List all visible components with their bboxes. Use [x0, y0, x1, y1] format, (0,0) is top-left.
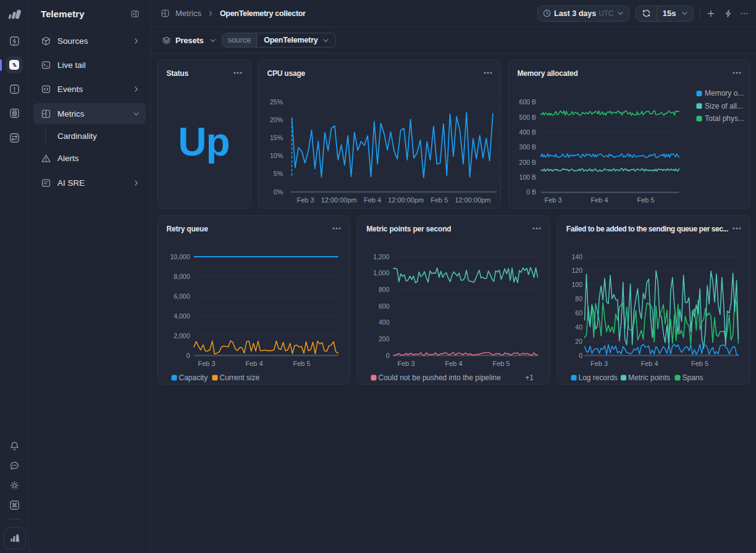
svg-text:Metric points: Metric points [628, 373, 670, 382]
svg-text:400: 400 [379, 318, 390, 326]
svg-text:Feb 3: Feb 3 [198, 360, 215, 367]
svg-text:Feb 3: Feb 3 [544, 196, 561, 204]
svg-text:Feb 4: Feb 4 [590, 196, 608, 204]
svg-text:200: 200 [379, 335, 390, 343]
svg-text:Feb 3: Feb 3 [590, 360, 608, 367]
svg-text:200 B: 200 B [519, 159, 536, 166]
svg-text:Log records: Log records [578, 373, 617, 382]
svg-text:5%: 5% [273, 170, 282, 177]
svg-text:Size of all...: Size of all... [705, 102, 743, 110]
svg-text:40: 40 [575, 323, 582, 331]
svg-text:60: 60 [575, 309, 582, 317]
svg-text:Total phys...: Total phys... [705, 114, 744, 123]
svg-text:600: 600 [379, 302, 390, 310]
svg-text:Feb 5: Feb 5 [691, 360, 708, 367]
svg-text:800: 800 [379, 286, 390, 293]
svg-text:20%: 20% [269, 116, 282, 123]
svg-text:2,000: 2,000 [174, 332, 190, 339]
svg-text:20: 20 [575, 338, 582, 345]
svg-text:Spans: Spans [682, 373, 703, 382]
svg-text:0%: 0% [273, 188, 282, 196]
svg-text:Feb 5: Feb 5 [430, 196, 448, 204]
svg-text:4,000: 4,000 [174, 312, 190, 320]
svg-text:80: 80 [575, 295, 582, 302]
svg-text:300 B: 300 B [519, 143, 536, 151]
svg-text:15%: 15% [269, 134, 282, 141]
svg-text:Feb 3: Feb 3 [296, 196, 314, 204]
svg-text:400 B: 400 B [519, 128, 536, 136]
svg-text:0: 0 [579, 352, 582, 359]
svg-text:Feb 5: Feb 5 [637, 196, 654, 204]
svg-text:600 B: 600 B [519, 98, 536, 106]
svg-text:0 B: 0 B [526, 188, 536, 196]
svg-text:100: 100 [571, 281, 582, 288]
svg-text:1,000: 1,000 [373, 269, 389, 276]
svg-text:120: 120 [571, 267, 582, 274]
svg-text:Current size: Current size [219, 373, 259, 382]
svg-text:12:00:00pm: 12:00:00pm [455, 196, 490, 204]
svg-text:Feb 3: Feb 3 [398, 360, 415, 367]
svg-text:Feb 5: Feb 5 [293, 360, 310, 367]
svg-text:+1: +1 [525, 373, 534, 382]
svg-text:Could not be pushed into the p: Could not be pushed into the pipeline [379, 373, 501, 382]
svg-text:12:00:00pm: 12:00:00pm [321, 196, 356, 204]
svg-text:0: 0 [186, 352, 190, 359]
svg-text:Capacity: Capacity [178, 373, 208, 382]
svg-text:100 B: 100 B [519, 173, 536, 181]
svg-text:500 B: 500 B [519, 114, 536, 121]
svg-text:10,000: 10,000 [170, 253, 190, 260]
svg-text:1,200: 1,200 [373, 253, 389, 260]
svg-text:Feb 4: Feb 4 [445, 360, 463, 367]
svg-text:Memory o...: Memory o... [705, 89, 744, 98]
svg-text:Feb 5: Feb 5 [493, 360, 510, 367]
svg-text:8,000: 8,000 [174, 273, 190, 280]
svg-text:10%: 10% [269, 152, 282, 159]
svg-text:25%: 25% [269, 98, 282, 106]
svg-text:Feb 4: Feb 4 [363, 196, 380, 204]
svg-text:6,000: 6,000 [174, 293, 190, 300]
svg-text:Feb 4: Feb 4 [245, 360, 262, 367]
svg-text:0: 0 [386, 352, 390, 359]
svg-text:Feb 4: Feb 4 [640, 360, 658, 367]
svg-text:12:00:00pm: 12:00:00pm [388, 196, 424, 204]
svg-text:140: 140 [571, 253, 582, 260]
